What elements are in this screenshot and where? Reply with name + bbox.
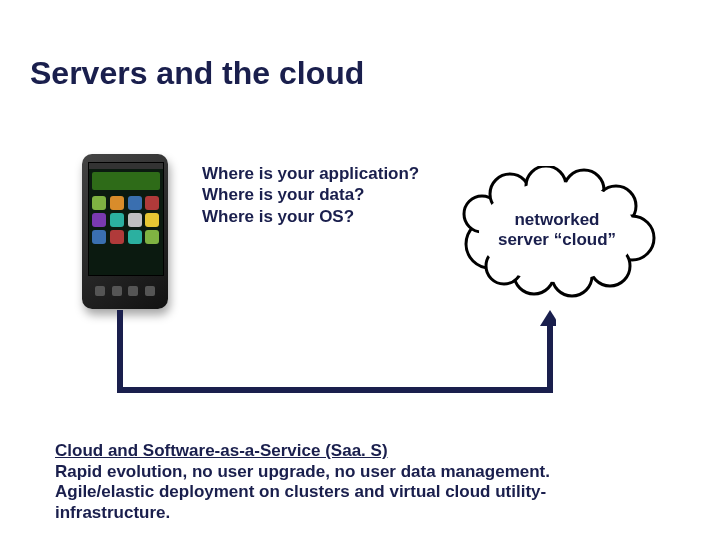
connector-arrow (114, 310, 556, 404)
phone-app-icon (145, 196, 159, 210)
question-block: Where is your application? Where is your… (202, 163, 419, 227)
summary-heading: Cloud and Software-as-a-Service (Saa. S) (55, 441, 675, 462)
phone-status-bar (89, 163, 163, 169)
phone-app-icon (145, 213, 159, 227)
phone-key (95, 286, 105, 296)
phone-app-icon (110, 230, 124, 244)
cloud-label-line: server “cloud” (452, 230, 662, 250)
phone-soft-keys (92, 278, 158, 304)
phone-widget (92, 172, 160, 190)
summary-line: Agile/elastic deployment on clusters and… (55, 482, 675, 503)
summary-line: Rapid evolution, no user upgrade, no use… (55, 462, 675, 483)
svg-marker-12 (540, 310, 556, 326)
cloud-label-line: networked (452, 210, 662, 230)
cloud-label: networked server “cloud” (452, 210, 662, 251)
phone-app-icon (128, 213, 142, 227)
phone-app-grid (89, 193, 163, 247)
slide-title: Servers and the cloud (30, 55, 364, 92)
cloud-node: networked server “cloud” (452, 166, 662, 298)
phone-app-icon (128, 196, 142, 210)
question-line: Where is your data? (202, 184, 419, 205)
question-line: Where is your application? (202, 163, 419, 184)
phone-app-icon (92, 196, 106, 210)
summary-line: infrastructure. (55, 503, 675, 524)
phone-app-icon (92, 230, 106, 244)
phone-key (128, 286, 138, 296)
phone-app-icon (128, 230, 142, 244)
slide: Servers and the cloud Where is your appl… (0, 0, 720, 540)
phone-app-icon (145, 230, 159, 244)
phone-app-icon (92, 213, 106, 227)
summary-block: Cloud and Software-as-a-Service (Saa. S)… (55, 441, 675, 524)
phone-screen (88, 162, 164, 276)
smartphone-illustration (82, 154, 168, 314)
phone-app-icon (110, 213, 124, 227)
question-line: Where is your OS? (202, 206, 419, 227)
phone-app-icon (110, 196, 124, 210)
phone-key (145, 286, 155, 296)
phone-key (112, 286, 122, 296)
